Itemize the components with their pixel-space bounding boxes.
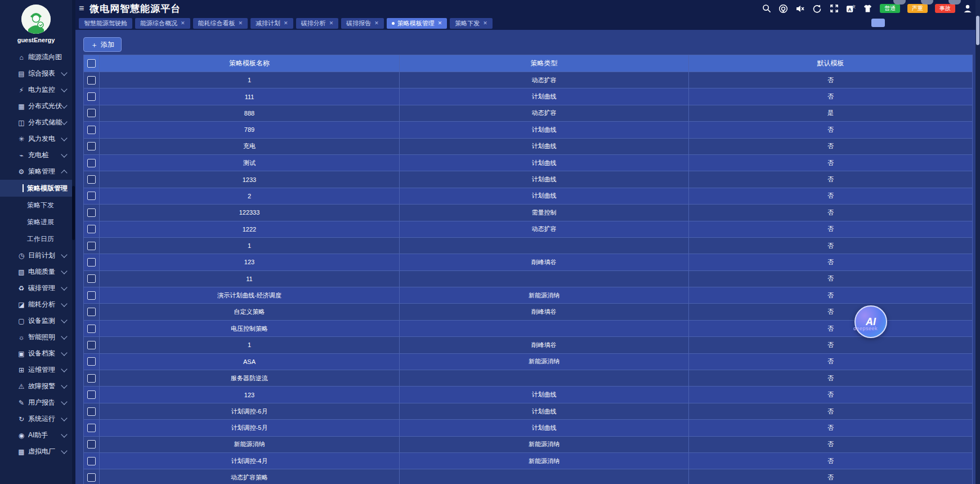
tab-close-icon[interactable]: ✕ — [483, 21, 487, 26]
tab-close-icon[interactable]: ✕ — [239, 21, 243, 26]
tab[interactable]: 减排计划 ✕ — [250, 18, 293, 29]
sidebar-subitem[interactable]: 工作日历 — [0, 230, 72, 247]
table-row[interactable]: 自定义策略 削峰填谷 否 — [84, 304, 972, 320]
tab-close-icon[interactable]: ✕ — [438, 21, 442, 26]
sidebar-item-solar-pv[interactable]: ▦ 分布式光伏 — [0, 98, 72, 114]
table-row[interactable]: 122333 需量控制 否 — [84, 205, 972, 221]
fullscreen-icon[interactable] — [829, 4, 839, 14]
sidebar-item-wind-power[interactable]: ✳ 风力发电 — [0, 131, 72, 147]
sidebar-item-energy-flow[interactable]: ⌂ 能源流向图 — [0, 49, 72, 65]
row-checkbox[interactable] — [87, 407, 96, 416]
table-row[interactable]: 1 削峰填谷 否 — [84, 337, 972, 353]
alarm-badge-severe[interactable]: 严重 — [907, 4, 928, 13]
sidebar-item-strategy[interactable]: ⚙ 策略管理 — [0, 163, 72, 180]
row-checkbox[interactable] — [87, 457, 96, 465]
table-row[interactable]: 123 削峰填谷 否 — [84, 254, 972, 270]
search-icon[interactable] — [762, 4, 771, 14]
tab[interactable]: 智慧能源驾驶舱 — [79, 18, 132, 29]
hamburger-menu-icon[interactable]: ≡ — [79, 4, 84, 13]
alarm-badge-normal[interactable]: 普通 — [880, 4, 900, 13]
theme-icon[interactable] — [863, 4, 872, 14]
row-checkbox[interactable] — [87, 92, 96, 101]
sidebar-item-user-report[interactable]: ✎ 用户报告 — [0, 394, 72, 411]
sidebar-subitem[interactable]: 策略进展 — [0, 214, 72, 230]
tab[interactable]: 能耗综合看板 ✕ — [193, 18, 248, 29]
row-checkbox[interactable] — [87, 142, 96, 150]
sidebar-item-ai-assistant[interactable]: ◉ AI助手 — [0, 427, 72, 443]
tab-close-icon[interactable]: ✕ — [329, 21, 334, 26]
table-row[interactable]: 电压控制策略 否 — [84, 321, 972, 337]
sidebar-item-device-archive[interactable]: ▣ 设备档案 — [0, 345, 72, 362]
sidebar-subitem[interactable]: 策略模版管理 — [0, 180, 72, 197]
support-icon[interactable] — [778, 4, 788, 14]
row-checkbox[interactable] — [87, 473, 96, 482]
table-row[interactable]: 123 计划曲线 否 — [84, 387, 972, 403]
table-row[interactable]: 测试 计划曲线 否 — [84, 155, 972, 171]
row-checkbox[interactable] — [87, 341, 96, 349]
sidebar-item-smart-lighting[interactable]: ☼ 智能照明 — [0, 329, 72, 345]
sidebar-item-day-ahead-plan[interactable]: ◷ 日前计划 — [0, 247, 72, 264]
select-all-checkbox[interactable] — [87, 59, 96, 68]
sidebar-item-charging-pile[interactable]: ⌁ 充电桩 — [0, 147, 72, 163]
row-checkbox[interactable] — [87, 308, 96, 316]
table-row[interactable]: ASA 新能源消纳 否 — [84, 354, 972, 370]
table-row[interactable]: 服务器防逆流 否 — [84, 370, 972, 387]
table-row[interactable]: 11 否 — [84, 271, 972, 287]
row-checkbox[interactable] — [87, 357, 96, 366]
table-row[interactable]: 1 动态扩容 否 — [84, 72, 972, 88]
sidebar-item-report[interactable]: ▤ 综合报表 — [0, 65, 72, 82]
sidebar-item-energy-analysis[interactable]: ◪ 能耗分析 — [0, 296, 72, 313]
row-checkbox[interactable] — [87, 159, 96, 167]
tab[interactable]: 碳排报告 ✕ — [341, 18, 384, 29]
row-checkbox[interactable] — [87, 192, 96, 200]
table-row[interactable]: 789 计划曲线 否 — [84, 122, 972, 138]
sidebar-item-virtual-plant[interactable]: ▩ 虚拟电厂 — [0, 443, 72, 460]
table-row[interactable]: 演示计划曲线-经济调度 新能源消纳 否 — [84, 287, 972, 304]
row-checkbox[interactable] — [87, 424, 96, 432]
table-row[interactable]: 动态扩容策略 否 — [84, 469, 972, 484]
tab-overflow-button[interactable] — [871, 19, 885, 27]
page-scrollbar-thumb[interactable] — [976, 16, 979, 45]
page-scrollbar[interactable] — [975, 0, 980, 484]
tab[interactable]: 策略下发 ✕ — [450, 18, 493, 29]
table-row[interactable]: 1222 动态扩容 否 — [84, 221, 972, 238]
tab[interactable]: 碳排分析 ✕ — [296, 18, 339, 29]
avatar[interactable] — [21, 5, 51, 34]
tab-close-icon[interactable]: ✕ — [374, 21, 379, 26]
add-button[interactable]: ＋ 添加 — [83, 37, 122, 52]
table-row[interactable]: 计划调控-6月 计划曲线 否 — [84, 403, 972, 420]
sidebar-item-energy-storage[interactable]: ◫ 分布式储能 — [0, 114, 72, 131]
row-checkbox[interactable] — [87, 258, 96, 267]
translate-icon[interactable]: A文 — [846, 4, 856, 14]
table-row[interactable]: 计划调控-5月 计划曲线 否 — [84, 420, 972, 436]
table-row[interactable]: 2 计划曲线 否 — [84, 188, 972, 205]
tab-close-icon[interactable]: ✕ — [284, 21, 288, 26]
tab-close-icon[interactable]: ✕ — [181, 21, 185, 26]
row-checkbox[interactable] — [87, 325, 96, 333]
mute-icon[interactable] — [795, 4, 805, 14]
tab[interactable]: 策略模板管理 ✕ — [387, 18, 448, 29]
table-row[interactable]: 1233 计划曲线 否 — [84, 171, 972, 188]
user-icon[interactable] — [963, 4, 972, 14]
row-checkbox[interactable] — [87, 440, 96, 449]
row-checkbox[interactable] — [87, 374, 96, 383]
table-row[interactable]: 计划调控-4月 新能源消纳 否 — [84, 453, 972, 469]
row-checkbox[interactable] — [87, 390, 96, 399]
sidebar-item-system-run[interactable]: ↻ 系统运行 — [0, 411, 72, 427]
table-row[interactable]: 111 计划曲线 否 — [84, 88, 972, 105]
sidebar-item-device-monitor[interactable]: ▢ 设备监测 — [0, 313, 72, 329]
row-checkbox[interactable] — [87, 126, 96, 134]
sidebar-item-power-quality[interactable]: ▧ 电能质量 — [0, 264, 72, 280]
row-checkbox[interactable] — [87, 242, 96, 250]
table-row[interactable]: 充电 计划曲线 否 — [84, 139, 972, 155]
table-row[interactable]: 新能源消纳 新能源消纳 否 — [84, 437, 972, 453]
refresh-icon[interactable] — [812, 4, 822, 14]
tab[interactable]: 能源综合概况 ✕ — [135, 18, 190, 29]
sidebar-item-power-monitor[interactable]: ⚡ 电力监控 — [0, 82, 72, 98]
sidebar-item-carbon-emission[interactable]: ♻ 碳排管理 — [0, 280, 72, 296]
alarm-badge-accident[interactable]: 事故 — [935, 4, 955, 13]
row-checkbox[interactable] — [87, 109, 96, 117]
row-checkbox[interactable] — [87, 225, 96, 233]
row-checkbox[interactable] — [87, 274, 96, 283]
table-row[interactable]: 888 动态扩容 是 — [84, 105, 972, 122]
